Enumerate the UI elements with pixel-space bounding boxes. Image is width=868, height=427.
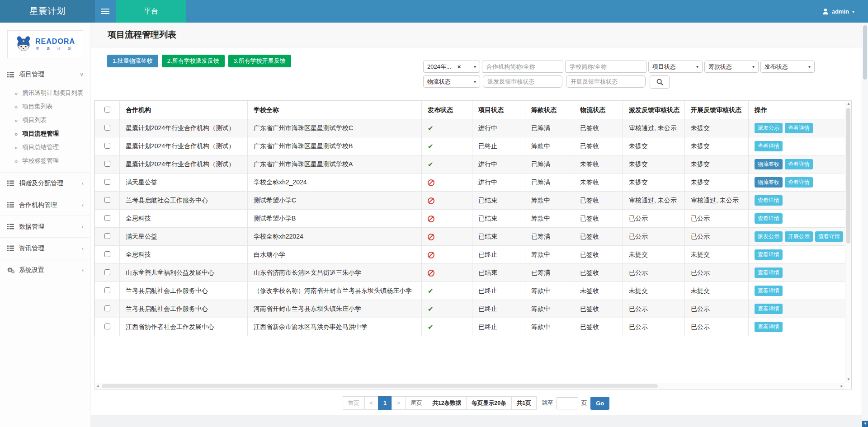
- sidebar-item[interactable]: »学校标签管理: [0, 154, 90, 168]
- bulk-action-button[interactable]: 1.批量物流签收: [107, 55, 158, 67]
- row-action-button[interactable]: 查看详情: [755, 141, 783, 151]
- scrollbar-thumb[interactable]: [846, 108, 850, 244]
- row-action-button[interactable]: 查看详情: [785, 123, 813, 133]
- pagination-item[interactable]: 1: [378, 396, 392, 410]
- user-menu[interactable]: admin ▾: [816, 0, 868, 23]
- scroll-right-icon[interactable]: ►: [839, 383, 845, 389]
- sidebar-group[interactable]: 数据管理‹: [0, 216, 90, 237]
- logistics-status-cell: 已签收: [574, 119, 623, 137]
- row-action-button[interactable]: 开展公示: [785, 231, 813, 242]
- row-action-button[interactable]: 查看详情: [755, 267, 783, 278]
- bulk-action-button[interactable]: 2.所有学校派发反馈: [162, 55, 225, 67]
- carry-review-cell: 已公示: [685, 264, 749, 282]
- row-select-cell: [95, 228, 120, 246]
- row-action-button[interactable]: 查看详情: [755, 286, 783, 296]
- row-checkbox[interactable]: [104, 143, 110, 149]
- carry-review-cell: 未提交: [685, 282, 749, 300]
- sidebar-item-label: 项目总结管理: [22, 143, 59, 151]
- sidebar-item[interactable]: »腾讯透明计划项目列表: [0, 86, 90, 100]
- logistics-status-cell: 未签收: [574, 174, 623, 192]
- carry-review-cell: 未提交: [685, 246, 749, 264]
- pagination: 首页<1>尾页共12条数据每页显示20条共1页 跳至 页 Go: [91, 396, 862, 410]
- scroll-up-icon[interactable]: ▲: [845, 101, 852, 107]
- dispatch-review-input[interactable]: [483, 75, 562, 88]
- scrollbar-thumb[interactable]: [863, 25, 867, 80]
- scroll-down-icon[interactable]: ▼: [845, 376, 852, 383]
- jump-page-input[interactable]: [557, 397, 578, 409]
- bulk-action-button[interactable]: 3.所有学校开展反馈: [228, 55, 291, 67]
- sidebar-item[interactable]: »项目集列表: [0, 100, 90, 113]
- pagination-item[interactable]: 尾页: [405, 396, 427, 410]
- row-action-button[interactable]: 物流签收: [755, 177, 783, 188]
- row-action-button[interactable]: 查看详情: [755, 304, 783, 314]
- row-checkbox[interactable]: [104, 197, 110, 203]
- sidebar-group[interactable]: 项目管理∨: [0, 64, 90, 85]
- sidebar-submenu: »腾讯透明计划项目列表»项目集列表»项目列表»项目流程管理»项目总结管理»学校标…: [0, 85, 90, 172]
- project-status-select[interactable]: 项目状态 ▾: [648, 61, 703, 73]
- page-scrollbar[interactable]: ▼: [862, 23, 868, 427]
- publish-status-select[interactable]: 发布状态 ▾: [760, 61, 815, 73]
- sidebar-group[interactable]: 捐赠及分配管理‹: [0, 172, 90, 194]
- scrollbar-thumb[interactable]: [102, 384, 658, 388]
- carry-review-cell: 未提交: [685, 137, 749, 155]
- row-checkbox[interactable]: [104, 269, 110, 275]
- logistics-status-cell: 已签收: [574, 246, 623, 264]
- go-button[interactable]: Go: [590, 397, 609, 410]
- main-content: 项目流程管理列表 1.批量物流签收2.所有学校派发反馈3.所有学校开展反馈 20…: [91, 23, 862, 427]
- row-action-button[interactable]: 查看详情: [755, 195, 783, 206]
- year-select[interactable]: 2024年... × ▾: [423, 61, 480, 73]
- project-status-cell: 已结束: [472, 210, 525, 228]
- sidebar-group[interactable]: 系统设置‹: [0, 259, 90, 281]
- tab-platform[interactable]: 平台: [116, 0, 186, 23]
- carry-review-cell: 审核通过, 未公示: [685, 192, 749, 210]
- row-action-button[interactable]: 查看详情: [815, 231, 843, 242]
- row-action-button[interactable]: 查看详情: [785, 177, 813, 188]
- scroll-left-icon[interactable]: ◄: [94, 383, 101, 389]
- row-checkbox[interactable]: [104, 215, 110, 221]
- row-action-button[interactable]: 查看详情: [755, 249, 783, 260]
- sidebar-group[interactable]: 合作机构管理‹: [0, 194, 90, 216]
- actions-cell: 查看详情: [749, 246, 845, 264]
- row-action-button[interactable]: 查看详情: [755, 322, 783, 332]
- row-checkbox[interactable]: [104, 125, 110, 131]
- row-action-button[interactable]: 查看详情: [785, 159, 813, 169]
- logistics-status-select[interactable]: 物流状态 ▾: [423, 75, 480, 88]
- clear-icon[interactable]: ×: [458, 63, 461, 70]
- sidebar-item[interactable]: »项目流程管理: [0, 127, 90, 141]
- row-checkbox[interactable]: [104, 179, 110, 185]
- table-vertical-scrollbar[interactable]: ▲ ▼: [845, 101, 851, 383]
- row-action-button[interactable]: 派发公示: [755, 123, 783, 133]
- row-action-button[interactable]: 物流签收: [755, 159, 783, 169]
- funding-status-select[interactable]: 筹款状态 ▾: [704, 61, 759, 73]
- logo-subtitle: 星 囊 计 划: [36, 47, 74, 51]
- search-button[interactable]: [650, 75, 670, 89]
- row-action-button[interactable]: 查看详情: [755, 213, 783, 224]
- row-checkbox[interactable]: [104, 251, 110, 257]
- sidebar-group-label: 系统设置: [19, 266, 44, 274]
- scroll-down-icon[interactable]: ▼: [862, 421, 868, 427]
- row-checkbox[interactable]: [104, 287, 110, 293]
- sidebar-item[interactable]: »项目列表: [0, 113, 90, 127]
- table-body: 星囊计划2024年行业合作机构（测试）广东省广州市海珠区星星测试学校C✔进行中已…: [95, 119, 845, 336]
- row-checkbox[interactable]: [104, 161, 110, 167]
- sidebar-item[interactable]: »项目总结管理: [0, 141, 90, 154]
- row-checkbox[interactable]: [104, 305, 110, 311]
- sidebar-group[interactable]: 资讯管理‹: [0, 237, 90, 259]
- school-search-input[interactable]: [565, 61, 646, 73]
- row-checkbox[interactable]: [104, 233, 110, 239]
- table-horizontal-scrollbar[interactable]: ◄ ►: [94, 383, 845, 389]
- logistics-status-cell: 已签收: [574, 210, 623, 228]
- publish-status-cell: ✔: [422, 282, 472, 300]
- select-all-checkbox[interactable]: [104, 107, 110, 113]
- search-icon: [656, 79, 663, 85]
- chevron-down-icon: ∨: [80, 71, 84, 78]
- table-row: 兰考县启航社会工作服务中心（修改学校名称）河南省开封市兰考县东坝头镇杨庄小学✔已…: [95, 282, 845, 300]
- carry-review-input[interactable]: [566, 75, 646, 88]
- project-status-cell: 已终止: [472, 300, 525, 318]
- row-checkbox[interactable]: [104, 324, 110, 329]
- row-action-button[interactable]: 派发公示: [755, 231, 783, 242]
- org-search-input[interactable]: [482, 61, 563, 73]
- hamburger-menu-icon[interactable]: [95, 0, 116, 23]
- unpublished-ban-icon: [428, 179, 434, 186]
- unpublished-ban-icon: [428, 197, 434, 204]
